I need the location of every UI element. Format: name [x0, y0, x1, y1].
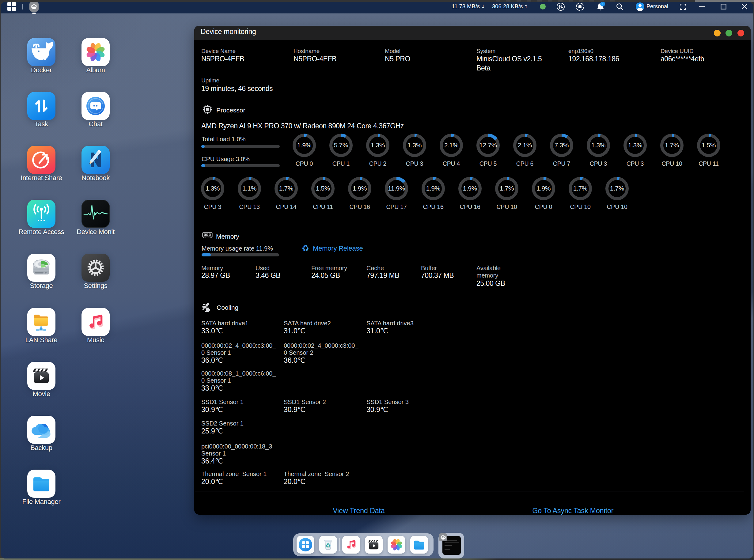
cpu-gauge-cpu-6: 2.1% CPU 6 — [507, 134, 543, 158]
dock-app-launcher[interactable] — [297, 536, 314, 554]
download-arrow-icon: ↓ — [481, 4, 485, 9]
cpu-usage-percent: 1.5% — [690, 142, 727, 149]
info-value: MinisCloud OS v2.1.5 Beta — [476, 54, 564, 73]
memory-ram-icon — [202, 232, 213, 239]
cpu-gauge-cpu-17: 11.9% CPU 17 — [378, 177, 415, 202]
window-minimize-traffic-light[interactable] — [714, 30, 720, 37]
info-label: enp196s0 — [568, 47, 593, 55]
cpu-gauge-cpu-7: 7.3% CPU 7 — [543, 134, 580, 158]
desktop-icon-chat[interactable]: Chat — [71, 92, 120, 128]
cpu-gauge-label: CPU 0 — [525, 203, 562, 211]
desktop-icon-remote-access[interactable]: Remote Access — [17, 200, 66, 236]
cpu-usage-percent: 1.3% — [194, 185, 231, 192]
cooling-sensor: SSD1 Sensor 3 30.9℃ — [366, 399, 447, 413]
window-maximize-traffic-light[interactable] — [726, 30, 732, 37]
desktop-icon-settings[interactable]: Settings — [71, 254, 120, 290]
cooling-sensor: Thermal zone Sensor 1 20.0℃ — [201, 471, 281, 485]
app-launcher-grid-icon[interactable] — [7, 2, 16, 11]
top-bar: 11.73 MB/s↓ 306.28 KB/s↑ — [1, 2, 753, 14]
view-trend-data-link[interactable]: View Trend Data — [333, 507, 385, 515]
download-speed: 11.73 MB/s↓ — [445, 2, 492, 11]
recycle-icon: ♻ — [302, 244, 309, 253]
cpu-gauge-label: CPU 3 — [580, 160, 617, 167]
desktop-icon-music[interactable]: Music — [71, 308, 120, 344]
info-label: Hostname — [294, 47, 320, 55]
dock-movie[interactable] — [365, 536, 383, 554]
cpu-usage-percent: 1.3% — [617, 142, 654, 149]
dock-running-app[interactable] — [438, 533, 464, 558]
cpu-usage-percent: 2.1% — [507, 142, 543, 149]
desktop-icon-label: Backup — [17, 444, 66, 452]
cpu-gauge-label: CPU 10 — [654, 160, 690, 167]
topbar-divider — [22, 4, 23, 9]
desktop-icon-file-manager[interactable]: File Manager — [17, 469, 66, 506]
dock-divider — [339, 538, 340, 551]
cpu-usage-percent: 7.3% — [543, 142, 580, 149]
cooling-fan-icon — [202, 302, 212, 313]
cpu-gauge-cpu-10: 1.7% CPU 10 — [654, 134, 690, 158]
svg-text:♻: ♻ — [325, 542, 331, 549]
dock-file-manager[interactable] — [410, 536, 428, 554]
account-avatar[interactable] — [635, 2, 644, 11]
maximize-button[interactable] — [719, 2, 728, 11]
desktop-icon-label: Music — [71, 336, 120, 344]
cooling-sensor: 0000:00:02_4_0000:c3:00_ 0 Sensor 2 36.0… — [284, 342, 364, 364]
uptime-value: 19 minutes, 46 seconds — [201, 84, 273, 93]
desktop-icon-label: Internet Share — [17, 174, 66, 182]
sensor-temp: 30.9℃ — [201, 406, 281, 413]
cpu-gauge-cpu-14: 1.7% CPU 14 — [268, 177, 304, 202]
desktop-icon-device-monit[interactable]: Device Monit — [71, 200, 120, 236]
async-task-monitor-link[interactable]: Go To Async Task Monitor — [532, 507, 613, 515]
desktop-icon-task[interactable]: Task — [17, 92, 66, 128]
desktop-icon-label: Movie — [17, 390, 66, 398]
cpu-usage-percent: 5.7% — [323, 142, 359, 149]
desktop-icon-album[interactable]: Album — [71, 38, 120, 74]
cpu-gauge-cpu-10: 1.7% CPU 10 — [488, 177, 525, 202]
desktop-icon-backup[interactable]: Backup — [17, 416, 66, 452]
sensor-temp: 31.0℃ — [366, 327, 447, 335]
notification-badge: 1 — [600, 2, 605, 6]
desktop-icon-label: Device Monit — [71, 228, 120, 236]
close-button[interactable] — [740, 2, 749, 11]
sensor-temp: 20.0℃ — [201, 478, 281, 485]
minimize-button[interactable] — [697, 2, 707, 11]
desktop-icon-lan-share[interactable]: LAN Share — [17, 308, 66, 344]
desktop-icon-notebook[interactable]: Notebook — [71, 146, 120, 182]
active-app-gear-icon[interactable] — [29, 2, 39, 12]
cpu-gauge-label: CPU 11 — [690, 160, 727, 167]
notification-bell-icon[interactable]: 1 — [596, 2, 606, 11]
desktop-icon-docker[interactable]: Docker — [17, 38, 66, 74]
sensor-label: SSD1 Sensor 1 — [201, 399, 281, 406]
dock: ♻ — [293, 533, 434, 556]
memory-stat-value: 3.46 GB — [256, 271, 280, 280]
screen-record-icon[interactable] — [575, 2, 584, 11]
cpu-usage-percent: 1.9% — [341, 185, 378, 192]
desktop-icon-storage[interactable]: Storage — [17, 254, 66, 290]
sensor-temp: 36.0℃ — [201, 357, 281, 364]
sensor-label: SATA hard drive3 — [366, 320, 447, 327]
dock-recycle-bin[interactable]: ♻ — [319, 536, 337, 554]
cpu-usage-percent: 1.7% — [268, 185, 304, 192]
sensor-label: 0000:00:02_4_0000:c3:00_ 0 Sensor 1 — [201, 342, 281, 356]
memory-stat-value: 28.97 GB — [201, 271, 230, 280]
sensor-temp: 36.0℃ — [284, 357, 364, 364]
sensor-label: SSD1 Sensor 3 — [366, 399, 447, 406]
desktop-icon-internet-share[interactable]: Internet Share — [17, 146, 66, 182]
window-titlebar[interactable]: Device monitoring — [194, 26, 751, 40]
dock-album[interactable] — [388, 536, 405, 554]
desktop-icon-movie[interactable]: Movie — [17, 362, 66, 398]
sensor-label: SSD2 Sensor 1 — [201, 420, 281, 427]
cpu-usage-percent: 1.7% — [599, 185, 635, 192]
sensor-label: SATA hard drive1 — [201, 320, 281, 327]
processor-chip-icon — [203, 105, 212, 114]
search-icon[interactable] — [615, 2, 624, 11]
transfer-sync-icon[interactable] — [556, 2, 565, 11]
window-close-traffic-light[interactable] — [737, 30, 744, 37]
dock-music[interactable] — [342, 536, 360, 554]
fullscreen-icon[interactable] — [678, 2, 688, 11]
memory-release-link[interactable]: ♻ Memory Release — [302, 244, 363, 253]
cpu-usage-percent: 1.3% — [580, 142, 617, 149]
cpu-gauge-label: CPU 3 — [396, 160, 433, 167]
account-name[interactable]: Personal — [647, 2, 674, 11]
cpu-gauge-label: CPU 10 — [562, 203, 599, 211]
